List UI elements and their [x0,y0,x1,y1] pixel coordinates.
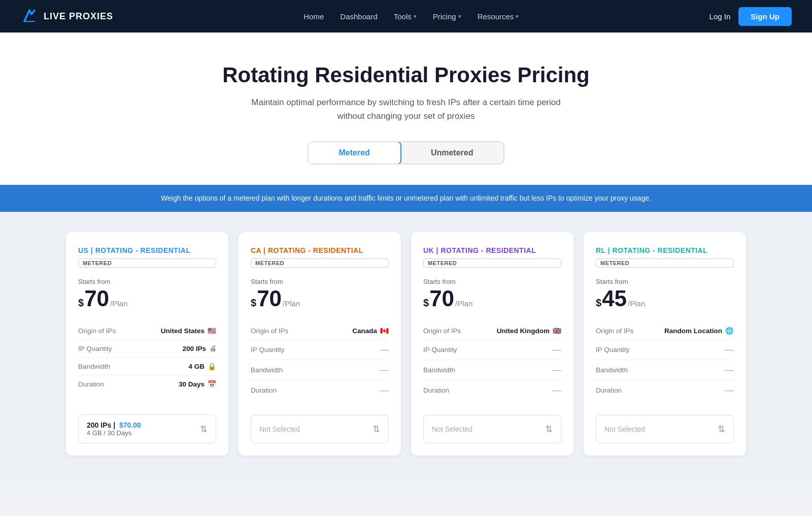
plan-selector-filled[interactable]: 200 IPs | $70.00 4 GB / 30 Days ⇅ [78,414,216,443]
card-badge: METERED [251,259,389,268]
card-title: UK | ROTATING - RESIDENTIAL [423,246,561,254]
detail-icon: 🖨 [209,344,216,352]
chevron-down-icon: ▾ [458,13,461,20]
page-title: Rotating Residential Proxies Pricing [10,63,802,87]
detail-row: Bandwidth 4 GB 🔒 [78,358,216,375]
logo-icon [20,7,39,25]
detail-row: Bandwidth — [423,360,561,380]
price-display: $ 70 /Plan [251,287,389,310]
details-table: Origin of IPs Canada 🇨🇦 IP Quantity — Ba… [251,322,389,405]
logo[interactable]: LIVE PROXIES [20,7,113,25]
detail-row: Duration — [596,380,734,400]
starts-from-label: Starts from [251,278,389,285]
chevron-updown-icon: ⇅ [718,424,725,435]
login-button[interactable]: Log In [709,12,731,21]
card-title: CA | ROTATING - RESIDENTIAL [251,246,389,254]
card-badge: METERED [596,259,734,268]
detail-row: Duration — [423,380,561,400]
chevron-down-icon: ▾ [516,13,519,20]
detail-row: Bandwidth — [596,360,734,380]
price-display: $ 45 /Plan [596,287,734,310]
price-display: $ 70 /Plan [78,287,216,310]
card-badge: METERED [423,259,561,268]
chevron-updown-icon: ⇅ [200,424,208,435]
detail-icon: 🔒 [208,362,216,370]
details-table: Origin of IPs United Kingdom 🇬🇧 IP Quant… [423,322,561,405]
chevron-down-icon: ▾ [414,13,417,20]
nav-auth: Log In Sign Up [709,7,792,26]
detail-icon: 📅 [208,380,216,388]
detail-row: Origin of IPs United States 🇺🇸 [78,322,216,340]
starts-from-label: Starts from [423,278,561,285]
pricing-card-ca: CA | ROTATING - RESIDENTIAL METERED Star… [239,232,401,456]
nav-pricing[interactable]: Pricing ▾ [433,12,461,21]
card-badge: METERED [78,259,216,268]
card-title: RL | ROTATING - RESIDENTIAL [596,246,734,254]
navbar: LIVE PROXIES Home Dashboard Tools ▾ Pric… [0,0,812,33]
details-table: Origin of IPs Random Location 🌐 IP Quant… [596,322,734,405]
signup-button[interactable]: Sign Up [738,7,792,26]
nav-home[interactable]: Home [303,12,324,21]
flag-icon: 🌐 [725,327,734,335]
pricing-card-us: US | ROTATING - RESIDENTIAL METERED Star… [66,232,228,456]
detail-row: IP Quantity — [596,340,734,360]
toggle-unmetered[interactable]: Unmetered [400,142,504,164]
detail-row: Origin of IPs Canada 🇨🇦 [251,322,389,340]
flag-icon: 🇨🇦 [380,327,389,335]
logo-text: LIVE PROXIES [44,11,113,22]
toggle-metered[interactable]: Metered [308,141,401,165]
detail-row: Origin of IPs United Kingdom 🇬🇧 [423,322,561,340]
plan-selector-empty[interactable]: Not Selected ⇅ [596,415,734,443]
detail-row: Bandwidth — [251,360,389,380]
nav-dashboard[interactable]: Dashboard [340,12,377,21]
flag-icon: 🇺🇸 [208,327,216,335]
plan-toggle: Metered Unmetered [308,141,505,165]
price-display: $ 70 /Plan [423,287,561,310]
flag-icon: 🇬🇧 [553,327,561,335]
starts-from-label: Starts from [78,278,216,285]
detail-row: IP Quantity — [423,340,561,360]
page-subtitle: Maintain optimal performance by switchin… [249,95,563,123]
details-table: Origin of IPs United States 🇺🇸 IP Quanti… [78,322,216,404]
detail-row: Origin of IPs Random Location 🌐 [596,322,734,340]
chevron-updown-icon: ⇅ [545,424,553,435]
chevron-updown-icon: ⇅ [373,424,380,435]
plan-selector-empty[interactable]: Not Selected ⇅ [423,415,561,443]
plan-selector-empty[interactable]: Not Selected ⇅ [251,415,389,443]
info-banner: Weigh the options of a metered plan with… [0,185,812,212]
detail-row: IP Quantity 200 IPs 🖨 [78,340,216,358]
detail-row: IP Quantity — [251,340,389,360]
pricing-card-uk: UK | ROTATING - RESIDENTIAL METERED Star… [411,232,573,456]
detail-row: Duration — [251,380,389,400]
pricing-cards: US | ROTATING - RESIDENTIAL METERED Star… [0,212,812,486]
nav-links: Home Dashboard Tools ▾ Pricing ▾ Resourc… [303,12,519,21]
starts-from-label: Starts from [596,278,734,285]
nav-tools[interactable]: Tools ▾ [394,12,417,21]
pricing-card-rl: RL | ROTATING - RESIDENTIAL METERED Star… [584,232,746,456]
hero-section: Rotating Residential Proxies Pricing Mai… [0,33,812,185]
nav-resources[interactable]: Resources ▾ [478,12,519,21]
card-title: US | ROTATING - RESIDENTIAL [78,246,216,254]
detail-row: Duration 30 Days 📅 [78,375,216,393]
